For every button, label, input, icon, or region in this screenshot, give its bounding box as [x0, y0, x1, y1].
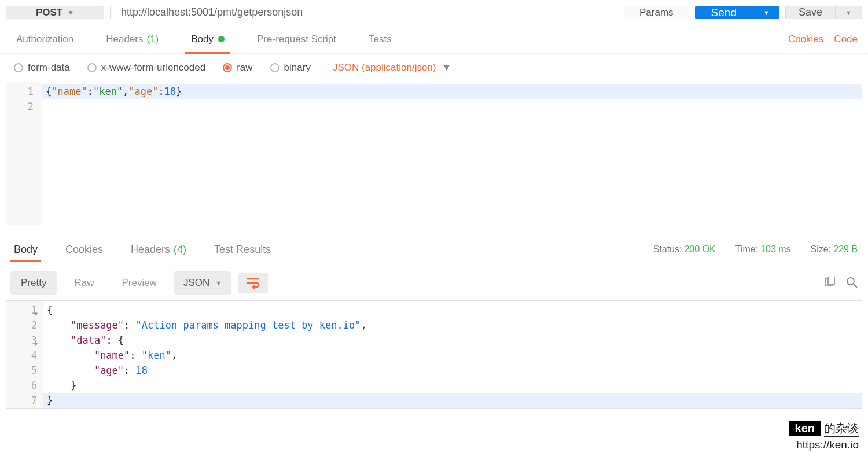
- resp-line-2: "message": "Action params mapping test b…: [43, 318, 862, 333]
- svg-line-3: [854, 284, 857, 288]
- response-tab-headers[interactable]: Headers (4): [127, 233, 190, 266]
- http-method-value: POST: [36, 7, 62, 19]
- chevron-down-icon: ▼: [845, 9, 852, 16]
- format-select[interactable]: JSON ▼: [174, 271, 231, 295]
- response-toolbar: Pretty Raw Preview JSON ▼: [0, 266, 868, 300]
- radio-xwww[interactable]: x-www-form-urlencoded: [87, 62, 205, 73]
- response-code: { "message": "Action params mapping test…: [43, 301, 862, 408]
- params-button[interactable]: Params: [624, 6, 689, 19]
- radio-binary[interactable]: binary: [270, 62, 311, 73]
- resp-line-6: }: [43, 378, 862, 393]
- view-raw-button[interactable]: Raw: [64, 271, 104, 295]
- body-type-options: form-data x-www-form-urlencoded raw bina…: [0, 54, 868, 82]
- send-button[interactable]: Send ▼: [695, 6, 779, 19]
- radio-icon: [270, 63, 279, 72]
- save-button[interactable]: Save ▼: [785, 6, 862, 19]
- response-body-editor[interactable]: 1▼ 2 3▼ 4 5 6 7 { "message": "Action par…: [6, 300, 862, 409]
- time-meta: Time:103 ms: [735, 244, 791, 255]
- request-toolbar: POST ▼ Params Send ▼ Save ▼: [0, 0, 868, 25]
- chevron-down-icon: ▼: [442, 62, 451, 73]
- response-headers-count: (4): [174, 244, 186, 256]
- size-meta: Size:229 B: [811, 244, 858, 255]
- code-link[interactable]: Code: [834, 34, 858, 45]
- tab-authorization[interactable]: Authorization: [10, 25, 79, 53]
- resp-line-3: "data": {: [43, 333, 862, 348]
- search-icon[interactable]: [846, 277, 858, 290]
- response-tab-testresults[interactable]: Test Results: [211, 233, 274, 266]
- content-type-select[interactable]: JSON (application/json) ▼: [333, 62, 451, 73]
- radio-icon: [87, 63, 97, 72]
- resp-line-5: "age": 18: [43, 363, 862, 378]
- copy-icon[interactable]: [824, 277, 836, 290]
- view-pretty-button[interactable]: Pretty: [10, 271, 57, 295]
- response-tab-cookies[interactable]: Cookies: [62, 233, 106, 266]
- request-body-editor[interactable]: 1 2 {"name":"ken","age":18}: [6, 82, 862, 225]
- headers-count: (1): [147, 34, 159, 45]
- url-input[interactable]: [111, 6, 624, 19]
- code-line-1: {"name":"ken","age":18}: [42, 84, 862, 99]
- chevron-down-icon: ▼: [67, 9, 74, 17]
- wrap-lines-button[interactable]: [238, 273, 268, 293]
- radio-icon: [14, 63, 23, 72]
- params-label: Params: [639, 7, 674, 19]
- chevron-down-icon: ▼: [215, 279, 222, 286]
- resp-line-4: "name": "ken",: [43, 348, 862, 363]
- svg-point-2: [847, 278, 854, 285]
- send-dropdown[interactable]: ▼: [753, 6, 779, 19]
- wrap-icon: [246, 277, 260, 289]
- view-preview-button[interactable]: Preview: [111, 271, 167, 295]
- svg-rect-1: [828, 277, 834, 284]
- editor-code[interactable]: {"name":"ken","age":18}: [42, 82, 862, 225]
- response-tab-body[interactable]: Body: [10, 233, 41, 266]
- chevron-down-icon: ▼: [763, 9, 770, 16]
- url-container: Params: [110, 6, 689, 19]
- send-label: Send: [711, 6, 737, 19]
- body-indicator-dot: [218, 36, 225, 42]
- response-tabs: Body Cookies Headers (4) Test Results St…: [0, 233, 868, 266]
- radio-form-data[interactable]: form-data: [14, 62, 70, 73]
- tab-tests[interactable]: Tests: [363, 25, 398, 53]
- radio-icon: [223, 63, 232, 72]
- tab-prerequest[interactable]: Pre-request Script: [251, 25, 342, 53]
- save-label: Save: [799, 6, 822, 19]
- status-meta: Status:200 OK: [653, 244, 716, 255]
- resp-line-1: {: [43, 303, 862, 318]
- http-method-select[interactable]: POST ▼: [6, 6, 104, 19]
- radio-raw[interactable]: raw: [223, 62, 252, 73]
- editor-gutter: 1 2: [6, 82, 42, 225]
- tab-body[interactable]: Body: [185, 25, 230, 53]
- response-gutter: 1▼ 2 3▼ 4 5 6 7: [6, 301, 43, 408]
- save-dropdown[interactable]: ▼: [835, 6, 862, 19]
- request-tabs: Authorization Headers (1) Body Pre-reque…: [0, 25, 868, 54]
- tab-headers[interactable]: Headers (1): [100, 25, 164, 53]
- response-meta: Status:200 OK Time:103 ms Size:229 B: [653, 244, 858, 255]
- resp-line-7: }: [43, 393, 862, 408]
- cookies-link[interactable]: Cookies: [788, 34, 823, 45]
